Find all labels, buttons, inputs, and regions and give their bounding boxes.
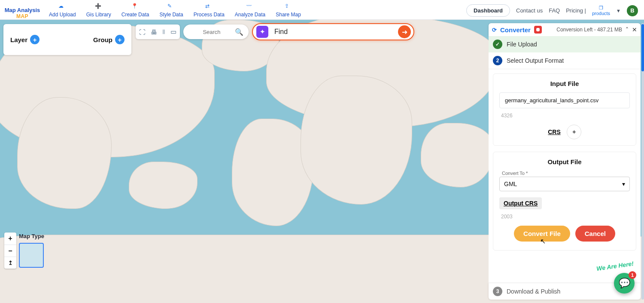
nav-gis-library[interactable]: ➕ Gis Library <box>86 3 111 18</box>
chat-unread-badge: 1 <box>629 271 636 279</box>
output-crs-link[interactable]: Output CRS <box>499 197 542 209</box>
map-type-label: Map Type <box>19 233 44 239</box>
brand-logo: Map Analysis MAP <box>0 7 41 19</box>
step-number-2: 2 <box>493 56 502 65</box>
nav-label: Process Data <box>194 12 225 18</box>
input-file-card: Input File germany_agricultural_lands_po… <box>493 73 636 146</box>
step-number-3: 3 <box>493 287 502 296</box>
find-bar[interactable]: ✦ Find ➜ <box>252 23 414 40</box>
analyze-icon: 〰 <box>246 3 254 11</box>
reset-bearing-button[interactable]: ↥ <box>4 257 16 269</box>
contact-link[interactable]: Contact us <box>516 7 543 14</box>
zoom-in-button[interactable]: + <box>4 233 16 245</box>
products-menu[interactable]: ❒ products <box>592 5 610 16</box>
input-crs-link[interactable]: CRS <box>548 129 561 135</box>
chevron-down-icon: ▾ <box>622 181 625 187</box>
fullscreen-icon[interactable]: ⛶ <box>139 28 146 36</box>
nav-analyze-data[interactable]: 〰 Analyze Data <box>235 3 265 18</box>
sliders-icon[interactable]: ⫴ <box>162 28 165 36</box>
output-file-card: Output File Convert To * GML ▾ Output CR… <box>493 152 636 251</box>
print-icon[interactable]: 🖶 <box>151 28 157 36</box>
nav-share-map[interactable]: ⇪ Share Map <box>276 3 301 18</box>
find-label: Find <box>274 28 392 36</box>
check-icon: ✓ <box>493 40 502 49</box>
convert-to-select[interactable]: GML ▾ <box>499 177 630 191</box>
pencil-icon: ✎ <box>167 3 175 11</box>
chevron-down-icon[interactable]: ▼ <box>616 8 621 13</box>
input-filename-field[interactable]: germany_agricultural_lands_point.csv <box>499 92 630 108</box>
brand-title: Map Analysis <box>3 7 41 13</box>
plus-square-icon: ➕ <box>95 3 103 11</box>
nav-create-data[interactable]: 📍 Create Data <box>122 3 149 18</box>
step-label: Select Output Format <box>507 57 564 64</box>
map-tool-cluster: ⛶ 🖶 ⫴ ▭ <box>136 24 180 39</box>
topbar-right: Dashboard Contact us FAQ Pricing | ❒ pro… <box>466 4 644 19</box>
map-type-thumbnail[interactable] <box>19 243 44 268</box>
scrollbar-thumb[interactable] <box>641 24 644 71</box>
nav-label: Create Data <box>122 12 149 18</box>
add-layer-button[interactable]: + <box>30 35 39 44</box>
nav-style-data[interactable]: ✎ Style Data <box>159 3 183 18</box>
conversion-left-text: Conversion Left - 487.21 MB <box>556 27 622 33</box>
pin-icon: 📍 <box>131 3 139 11</box>
convert-to-label: Convert To * <box>502 171 630 176</box>
search-input[interactable] <box>192 29 231 35</box>
close-icon[interactable]: ✕ <box>632 26 637 33</box>
nav-label: Analyze Data <box>235 12 265 18</box>
record-icon[interactable] <box>534 26 542 34</box>
step-file-upload[interactable]: ✓ File Upload <box>489 36 641 52</box>
convert-to-value: GML <box>504 181 517 187</box>
map-toolbar: ⛶ 🖶 ⫴ ▭ 🔍 ✦ Find ➜ <box>136 23 414 40</box>
zoom-controls: + − ↥ <box>4 233 16 269</box>
converter-panel: ⟳ Converter Conversion Left - 487.21 MB … <box>489 23 641 300</box>
convert-file-button[interactable]: Convert File <box>514 226 570 242</box>
main-nav: ☁ Add Upload ➕ Gis Library 📍 Create Data… <box>41 3 309 19</box>
layer-label: Layer <box>10 36 27 43</box>
collapse-icon[interactable]: ˄ <box>626 26 629 33</box>
top-navbar: Map Analysis MAP ☁ Add Upload ➕ Gis Libr… <box>0 0 644 20</box>
input-crs-value: 4326 <box>499 113 630 119</box>
process-icon: ⇄ <box>205 3 213 11</box>
dashboard-button[interactable]: Dashboard <box>466 4 510 17</box>
panel-scrollbar[interactable] <box>641 23 644 300</box>
nav-label: Share Map <box>276 12 301 18</box>
locate-crs-icon[interactable]: ⌖ <box>567 125 581 139</box>
output-file-heading: Output File <box>499 158 630 165</box>
nav-process-data[interactable]: ⇄ Process Data <box>194 3 225 18</box>
step-label: Download & Publish <box>507 288 560 295</box>
ai-find-icon[interactable]: ✦ <box>256 26 268 38</box>
converter-header: ⟳ Converter Conversion Left - 487.21 MB … <box>489 23 641 36</box>
layer-group-panel: Layer + Group + <box>3 24 131 55</box>
zoom-out-button[interactable]: − <box>4 245 16 257</box>
nav-label: Gis Library <box>86 12 111 18</box>
output-crs-value: 2003 <box>499 214 630 220</box>
search-icon[interactable]: 🔍 <box>235 28 243 36</box>
add-group-button[interactable]: + <box>115 35 125 44</box>
comment-icon[interactable]: ▭ <box>170 28 176 36</box>
converter-title: Converter <box>500 26 531 34</box>
step-select-output[interactable]: 2 Select Output Format <box>489 52 641 69</box>
step-label: File Upload <box>507 41 537 48</box>
products-label: products <box>592 11 610 16</box>
faq-link[interactable]: FAQ <box>549 7 560 14</box>
user-avatar[interactable]: B <box>627 5 638 16</box>
share-icon: ⇪ <box>285 3 292 11</box>
pricing-link[interactable]: Pricing | <box>566 7 586 14</box>
nav-label: Style Data <box>159 12 183 18</box>
converter-body: Input File germany_agricultural_lands_po… <box>489 69 641 283</box>
group-label: Group <box>93 36 112 43</box>
cancel-button[interactable]: Cancel <box>575 226 615 242</box>
cube-icon: ❒ <box>599 5 603 11</box>
search-box[interactable]: 🔍 <box>183 24 249 39</box>
nav-label: Add Upload <box>49 12 76 18</box>
refresh-icon[interactable]: ⟳ <box>492 27 497 33</box>
cloud-upload-icon: ☁ <box>58 3 66 11</box>
nav-add-upload[interactable]: ☁ Add Upload <box>49 3 76 18</box>
brand-subtitle: MAP <box>3 13 41 19</box>
find-submit-button[interactable]: ➜ <box>398 25 411 38</box>
input-file-heading: Input File <box>499 80 630 87</box>
